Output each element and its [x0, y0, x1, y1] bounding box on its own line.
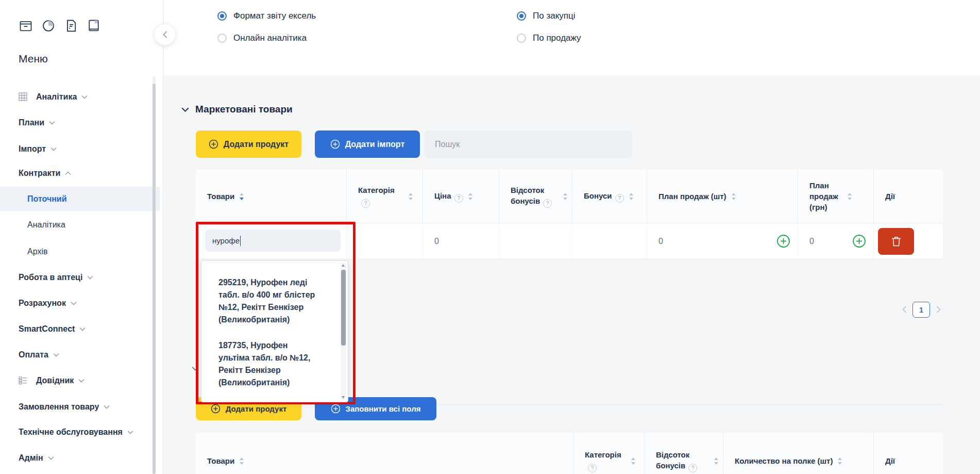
sidebar-item-contracts-analytics[interactable]: Аналітика: [0, 213, 160, 237]
list-icon: [19, 376, 27, 385]
increment-plan-qty-button[interactable]: [776, 234, 790, 248]
radio-by-sale[interactable]: По продажу: [517, 33, 581, 43]
table-header-row: Товари Категорія Ціна Відсоток бонусів Б…: [196, 170, 943, 223]
column-header-actions: Дії: [874, 170, 943, 223]
page-number[interactable]: 1: [913, 302, 930, 318]
sidebar-item-label: Технічне обслуговування: [19, 428, 123, 437]
help-icon[interactable]: [454, 194, 463, 203]
column-header-plan-uah[interactable]: План продаж (грн): [798, 170, 874, 223]
sort-icon: [731, 193, 736, 200]
chevron-left-icon: [163, 31, 167, 38]
product-search-input[interactable]: нурофе: [205, 230, 341, 252]
help-icon[interactable]: [543, 199, 552, 208]
column-header-category[interactable]: Категорія: [347, 170, 423, 223]
sidebar-item-label: Контракти: [19, 169, 60, 178]
scroll-down-icon[interactable]: [342, 396, 345, 399]
column-header-plan-qty[interactable]: План продаж (шт): [647, 170, 798, 223]
column-header-price[interactable]: Ціна: [423, 170, 499, 223]
column-header-category[interactable]: Категорія: [573, 433, 645, 474]
product-select-annotation-box: нурофе 295219, Нурофен леді табл. в/о 40…: [196, 222, 356, 404]
product-dropdown-list: 295219, Нурофен леді табл. в/о 400 мг бл…: [201, 261, 348, 389]
product-dropdown-panel: 295219, Нурофен леді табл. в/о 400 мг бл…: [201, 260, 348, 402]
pie-chart-icon[interactable]: [41, 19, 56, 33]
sidebar-scrollbar-thumb[interactable]: [153, 84, 156, 474]
previous-page-button[interactable]: [902, 306, 907, 314]
sort-icon: [837, 457, 842, 465]
sidebar-item-import[interactable]: Імпорт: [0, 137, 160, 161]
plus-circle-icon: [330, 139, 340, 149]
grid-icon: [19, 92, 27, 101]
sidebar-menu-title: Меню: [19, 53, 48, 65]
sidebar-item-label: Аналітика: [36, 92, 77, 102]
chevron-down-icon: [127, 430, 133, 434]
chevron-down-icon: [53, 353, 59, 357]
sort-icon: [239, 193, 244, 200]
sort-icon: [408, 193, 413, 200]
sidebar-item-contracts[interactable]: Контракти: [0, 161, 160, 185]
book-icon[interactable]: [87, 19, 101, 33]
column-header-products[interactable]: Товари: [196, 170, 347, 223]
radio-unselected-icon: [217, 34, 227, 43]
shelf-goods-table: Товари Категорія Відсоток бонусів Количе…: [196, 433, 943, 474]
chevron-down-icon: [87, 275, 93, 280]
sidebar-item-label: Архів: [27, 247, 47, 256]
sidebar-item-directory[interactable]: Довідник: [0, 368, 160, 393]
add-product-button[interactable]: Додати продукт: [196, 130, 301, 158]
sort-icon: [631, 457, 636, 465]
sidebar-collapse-button[interactable]: [154, 24, 176, 45]
radio-online-analytics[interactable]: Онлайн аналітика: [217, 33, 307, 43]
sidebar-item-label: Адмін: [19, 453, 43, 463]
column-header-bonus-percent[interactable]: Відсоток бонусів: [499, 170, 572, 223]
sidebar-item-calculation[interactable]: Розрахунок: [0, 291, 160, 315]
plus-circle-icon: [209, 139, 218, 149]
chevron-down-icon: [48, 456, 54, 460]
sidebar-item-payment[interactable]: Оплата: [0, 342, 160, 367]
marketed-goods-section-header[interactable]: Маркетовані товари: [181, 104, 293, 115]
sidebar-item-smartconnect[interactable]: SmartConnect: [0, 317, 160, 341]
radio-unselected-icon: [517, 34, 526, 43]
chevron-down-icon: [181, 107, 189, 112]
column-header-bonus-percent[interactable]: Відсоток бонусів: [645, 433, 723, 474]
report-options-card: Формат звіту ексель Онлайн аналітика По …: [164, 0, 980, 76]
sidebar-item-plans[interactable]: Плани: [0, 110, 160, 135]
dropdown-option[interactable]: 295219, Нурофен леді табл. в/о 400 мг бл…: [201, 276, 316, 326]
sidebar-item-maintenance[interactable]: Технічне обслуговування: [0, 420, 160, 444]
help-icon[interactable]: [688, 464, 697, 472]
column-header-shelf-qty[interactable]: Количество на полке (шт): [723, 433, 874, 474]
sidebar-item-label: Оплата: [19, 350, 48, 359]
archive-icon[interactable]: [19, 19, 33, 33]
scroll-up-icon[interactable]: [342, 264, 345, 267]
radio-format-excel[interactable]: Формат звіту ексель: [217, 11, 316, 21]
sidebar-item-goods-order[interactable]: Замовлення товару: [0, 395, 160, 419]
sidebar-item-label: Розрахунок: [19, 299, 66, 308]
search-input[interactable]: [425, 130, 632, 158]
sidebar-item-label: Робота в аптеці: [19, 273, 82, 282]
dropdown-scrollbar[interactable]: [341, 263, 346, 400]
next-page-button[interactable]: [936, 306, 941, 314]
sort-icon: [239, 457, 244, 465]
radio-by-purchase[interactable]: По закупці: [517, 11, 576, 21]
sort-icon: [563, 193, 568, 200]
sidebar-item-admin[interactable]: Адмін: [0, 446, 160, 470]
increment-plan-uah-button[interactable]: [852, 234, 866, 248]
sidebar-item-analytics[interactable]: Аналітика: [0, 85, 160, 109]
text-caret: [240, 236, 241, 246]
document-icon[interactable]: [64, 19, 78, 33]
help-icon[interactable]: [588, 464, 597, 472]
delete-row-button[interactable]: [878, 228, 914, 255]
sidebar-item-pharmacy-work[interactable]: Робота в аптеці: [0, 265, 160, 289]
sidebar-quick-icons: [19, 19, 101, 33]
sort-icon: [468, 193, 473, 200]
help-icon[interactable]: [361, 199, 370, 208]
sidebar-item-current[interactable]: Поточний: [0, 187, 160, 211]
dropdown-option[interactable]: 187735, Нурофен ультіма табл. в/о №12, Р…: [201, 339, 316, 389]
add-import-button[interactable]: Додати імпорт: [315, 130, 420, 158]
sidebar-item-archive[interactable]: Архів: [0, 239, 160, 264]
column-header-bonuses[interactable]: Бонуси: [572, 170, 647, 223]
sort-icon: [847, 193, 852, 200]
dropdown-scrollbar-thumb[interactable]: [341, 270, 346, 346]
column-header-products[interactable]: Товари: [196, 433, 573, 474]
sidebar-item-label: Довідник: [36, 376, 74, 385]
sidebar-scrollbar[interactable]: [153, 76, 156, 474]
help-icon[interactable]: [615, 194, 624, 203]
